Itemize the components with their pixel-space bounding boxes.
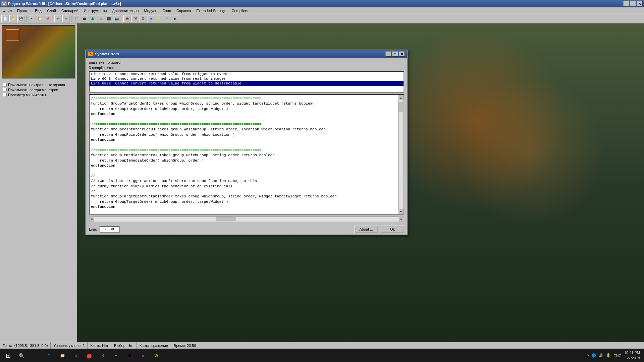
syntax-errors-dialog[interactable]: ✕ Syntax Errors ─ □ ✕ pjass.exe - blizza… (86, 50, 408, 235)
toolbar-sep-4 (122, 16, 122, 22)
dialog-footer: Line: About ... Ok (86, 224, 407, 234)
menu-extended-settings[interactable]: Extended Settings (194, 7, 229, 14)
status-time: Время: 23:50 (171, 342, 199, 349)
taskbar-icons: ❑ e 📁 ♫ ⬤ S ✦ ⚙ ◆ W (27, 350, 165, 362)
minimize-button[interactable]: ─ (623, 1, 629, 6)
dialog-minimize-button[interactable]: ─ (385, 51, 391, 57)
toolbar-camera[interactable]: 📷 (113, 15, 120, 22)
toolbar-fog[interactable]: 🌫 (140, 15, 147, 22)
taskbar-icon-app2[interactable]: ◆ (137, 350, 149, 362)
ok-button[interactable]: Ok (381, 226, 404, 233)
hscroll-thumb[interactable] (216, 217, 236, 221)
dialog-maximize-button[interactable]: □ (392, 51, 398, 57)
toolbar-save[interactable]: 💾 (17, 15, 25, 22)
toolbar-doodads[interactable]: 🌲 (89, 15, 96, 22)
menu-tools[interactable]: Инструменты (81, 7, 110, 14)
toolbar-trigger[interactable]: ⚡ (156, 15, 163, 22)
toolbar-sep-1 (26, 16, 26, 22)
dialog-window-controls: ─ □ ✕ (385, 51, 405, 57)
menu-help[interactable]: Справка (174, 7, 194, 14)
minimap[interactable] (2, 25, 75, 79)
toolbar-select[interactable]: ⬚ (73, 15, 80, 22)
toolbar-sound[interactable]: 🔊 (148, 15, 155, 22)
taskbar-icon-skype[interactable]: S (97, 350, 109, 362)
creep-camps-checkbox[interactable] (3, 88, 7, 92)
toolbar-terrain[interactable]: 🏔 (81, 15, 88, 22)
scroll-up-arrow[interactable]: ▲ (398, 95, 404, 100)
error-list[interactable]: Line 1822: Cannot convert returned value… (89, 71, 404, 93)
status-selection: Выбор: Нет (111, 342, 137, 349)
taskbar-icon-edge[interactable]: e (43, 350, 55, 362)
taskbar-chevron[interactable]: ^ (587, 354, 589, 358)
app-icon: W (1, 1, 7, 6)
hscroll-left-arrow[interactable]: ◄ (89, 217, 94, 222)
minimap-preview-checkbox[interactable] (3, 93, 7, 97)
menu-scenario[interactable]: Сценарий (59, 7, 81, 14)
toolbar-open[interactable]: 📂 (9, 15, 17, 22)
menu-window[interactable]: Окно (160, 7, 174, 14)
maximize-button[interactable]: □ (630, 1, 636, 6)
app-title: Редактор Warcraft III - [C:\Users\Storm\… (8, 2, 623, 6)
taskbar-language[interactable]: ENG (613, 354, 622, 358)
taskbar-right: ^ 🌐 🔊 🔋 ENG 10:41 PM 5/7/2018 (587, 350, 644, 361)
dialog-icon: ✕ (88, 52, 93, 56)
toolbar-import[interactable]: 📥 (123, 15, 131, 22)
menu-file[interactable]: Файл (0, 7, 14, 14)
search-button[interactable]: 🔍 (16, 349, 27, 362)
left-checkboxes: Показывать нейтральные здания Показывать… (0, 80, 77, 99)
toolbar-paste[interactable]: 📌 (44, 15, 51, 22)
taskbar-icon-warcraft[interactable]: W (150, 350, 162, 362)
hscroll-track[interactable] (94, 217, 399, 222)
checkbox-minimap-preview[interactable]: Просмотр мини-карты (3, 93, 74, 97)
close-button[interactable]: ✕ (637, 1, 643, 6)
dialog-compile-errors: 3 compile errors. (89, 66, 404, 70)
toolbar-undo[interactable]: ↩ (54, 15, 62, 22)
menu-module[interactable]: Модуль (141, 7, 160, 14)
scroll-down-arrow[interactable]: ▼ (398, 209, 404, 214)
toolbar-redo[interactable]: ↪ (62, 15, 70, 22)
minimap-viewport (6, 29, 19, 41)
toolbar-pathing[interactable]: 🗺 (131, 15, 139, 22)
taskbar-icon-app1[interactable]: ✦ (110, 350, 122, 362)
neutral-buildings-checkbox[interactable] (3, 83, 7, 87)
dialog-close-button[interactable]: ✕ (399, 51, 405, 57)
line-number-input[interactable] (100, 226, 120, 233)
horizontal-scrollbar[interactable]: ◄ ► (89, 216, 404, 222)
taskbar-icon-task-view[interactable]: ❑ (30, 350, 42, 362)
taskbar-clock[interactable]: 10:41 PM 5/7/2018 (624, 350, 640, 361)
taskbar-icon-settings[interactable]: ⚙ (123, 350, 136, 362)
menu-edit[interactable]: Правка (14, 7, 32, 14)
about-button[interactable]: About ... (355, 226, 378, 233)
code-vertical-scrollbar[interactable]: ▲ ▼ (398, 95, 404, 214)
code-editor[interactable]: //======================================… (89, 94, 404, 215)
scroll-track[interactable] (398, 100, 404, 209)
dialog-title-bar: ✕ Syntax Errors ─ □ ✕ (86, 50, 407, 58)
toolbar-object-editor[interactable]: 🔧 (164, 15, 171, 22)
dialog-title: Syntax Errors (95, 52, 385, 56)
toolbar-units[interactable]: ⚔ (97, 15, 104, 22)
toolbar-test-map[interactable]: ▶ (172, 15, 179, 22)
status-bar: Точка: (1003.5, -381.3, 0.0) Уровень укл… (0, 342, 644, 349)
taskbar: ⊞ 🔍 ❑ e 📁 ♫ ⬤ S ✦ ⚙ ◆ W ^ 🌐 🔊 🔋 ENG 10:4… (0, 349, 644, 362)
taskbar-icon-explorer[interactable]: 📁 (56, 350, 68, 362)
menu-compilers[interactable]: Compilers (229, 7, 251, 14)
taskbar-icon-itunes[interactable]: ♫ (70, 350, 82, 362)
start-button[interactable]: ⊞ (0, 349, 16, 362)
menu-bar: Файл Правка Вид Слой Сценарий Инструмент… (0, 7, 644, 14)
toolbar-copy[interactable]: 📋 (36, 15, 43, 22)
left-panel: Показывать нейтральные здания Показывать… (0, 23, 77, 342)
checkbox-creep-camps[interactable]: Показывать лагеря монстров (3, 88, 74, 92)
hscroll-right-arrow[interactable]: ► (399, 217, 404, 222)
scroll-thumb[interactable] (399, 102, 403, 112)
toolbar-regions[interactable]: ⬛ (105, 15, 112, 22)
taskbar-icon-chrome[interactable]: ⬤ (83, 350, 95, 362)
toolbar-new[interactable]: 📄 (1, 15, 9, 22)
menu-advanced[interactable]: Дополнительно (109, 7, 141, 14)
error-item-2[interactable]: Line 6838: Cannot convert returned value… (90, 81, 404, 86)
toolbar-cut[interactable]: ✂ (28, 15, 35, 22)
error-item-1[interactable]: Line 6648: Cannot convert returned value… (90, 76, 404, 81)
checkbox-neutral-buildings[interactable]: Показывать нейтральные здания (3, 83, 74, 87)
error-item-0[interactable]: Line 1822: Cannot convert returned value… (90, 72, 404, 76)
menu-view[interactable]: Вид (32, 7, 44, 14)
menu-layer[interactable]: Слой (44, 7, 59, 14)
